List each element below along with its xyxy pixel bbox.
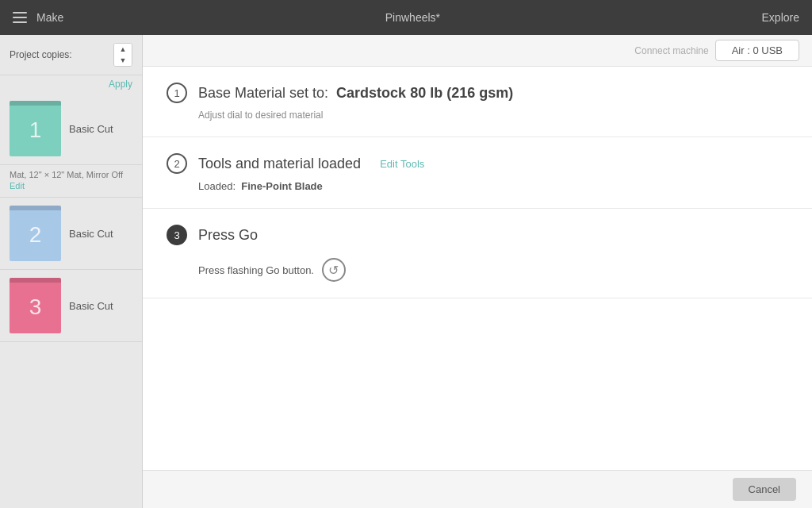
- footer: Cancel: [143, 470, 812, 508]
- connect-machine-label: Connect machine: [634, 45, 708, 56]
- step-title-prefix-3: Press Go: [198, 227, 258, 243]
- mat-item-2[interactable]: 2 Basic Cut: [0, 198, 142, 270]
- step-section-3: 3 Press Go Press flashing Go button. ↺: [143, 209, 812, 298]
- step-number-1: 1: [167, 83, 187, 103]
- connect-machine-button[interactable]: Air : 0 USB: [715, 40, 799, 61]
- step-title-prefix-1: Base Material set to:: [198, 85, 328, 101]
- step-section-1: 1 Base Material set to: Cardstock 80 lb …: [143, 67, 812, 137]
- step-subtitle-1: Adjust dial to desired material: [198, 110, 788, 121]
- step-section-2: 2 Tools and material loaded Edit Tools L…: [143, 137, 812, 209]
- connect-bar: Connect machine Air : 0 USB: [143, 35, 812, 67]
- step-number-2: 2: [167, 153, 187, 174]
- mat-num-3: 3: [29, 294, 42, 320]
- mat-num-1: 1: [29, 117, 42, 143]
- step-title-strong-1: Cardstock 80 lb (216 gsm): [336, 85, 513, 101]
- mat-thumbnail-3: 3: [10, 278, 61, 333]
- mat-top-bar-2: [10, 206, 61, 210]
- step-detail-prefix-2: Loaded:: [198, 180, 236, 192]
- step-header-2: 2 Tools and material loaded Edit Tools: [167, 153, 788, 174]
- header: Make Pinwheels* Explore: [0, 0, 812, 35]
- mat-top-bar-1: [10, 101, 61, 106]
- mat-item-3[interactable]: 3 Basic Cut: [0, 270, 142, 342]
- apply-button[interactable]: Apply: [0, 75, 142, 93]
- step-title-2: Tools and material loaded: [198, 156, 361, 172]
- steps-content: 1 Base Material set to: Cardstock 80 lb …: [143, 67, 812, 470]
- mat-item-1[interactable]: 1 Basic Cut: [0, 93, 142, 165]
- copies-stepper[interactable]: ▲ ▼: [113, 43, 132, 67]
- explore-button[interactable]: Explore: [762, 11, 799, 24]
- make-label: Make: [36, 11, 63, 24]
- mat-num-2: 2: [29, 222, 42, 248]
- hamburger-menu-icon[interactable]: [13, 12, 27, 23]
- step-detail-2: Loaded: Fine-Point Blade: [198, 180, 788, 192]
- mat-label-1: Basic Cut: [69, 123, 113, 135]
- mat-thumbnail-1: 1: [10, 101, 61, 156]
- press-go-text: Press flashing Go button.: [198, 264, 314, 276]
- go-button-icon: ↺: [322, 258, 346, 282]
- step-title-1: Base Material set to: Cardstock 80 lb (2…: [198, 85, 513, 102]
- app-title: Pinwheels*: [63, 11, 761, 24]
- mat-top-bar-3: [10, 278, 61, 283]
- mat-info-1: Mat, 12" × 12" Mat, Mirror Off Edit: [0, 165, 142, 198]
- step-header-3: 3 Press Go: [167, 225, 788, 245]
- press-go-detail: Press flashing Go button. ↺: [198, 258, 788, 282]
- stepper-down-button[interactable]: ▼: [114, 55, 132, 66]
- sidebar: Project copies: ▲ ▼ Apply 1 Basic Cut Ma…: [0, 35, 143, 508]
- right-panel: Connect machine Air : 0 USB 1 Base Mater…: [143, 35, 812, 508]
- sidebar-top: Project copies: ▲ ▼: [0, 35, 142, 75]
- mat-edit-link-1[interactable]: Edit: [10, 181, 132, 190]
- edit-tools-link[interactable]: Edit Tools: [380, 158, 424, 170]
- mat-label-2: Basic Cut: [69, 228, 113, 240]
- step-title-prefix-2: Tools and material loaded: [198, 156, 361, 171]
- step-header-1: 1 Base Material set to: Cardstock 80 lb …: [167, 83, 788, 103]
- step-detail-strong-2: Fine-Point Blade: [241, 180, 323, 192]
- mat-thumbnail-2: 2: [10, 206, 61, 261]
- cancel-button[interactable]: Cancel: [733, 478, 796, 501]
- mat-info-text-1: Mat, 12" × 12" Mat, Mirror Off: [10, 170, 132, 179]
- stepper-up-button[interactable]: ▲: [114, 44, 132, 55]
- mat-label-3: Basic Cut: [69, 300, 113, 312]
- project-copies-label: Project copies:: [10, 49, 72, 60]
- main-content: Project copies: ▲ ▼ Apply 1 Basic Cut Ma…: [0, 35, 812, 508]
- step-number-3: 3: [167, 225, 187, 245]
- step-title-3: Press Go: [198, 227, 258, 244]
